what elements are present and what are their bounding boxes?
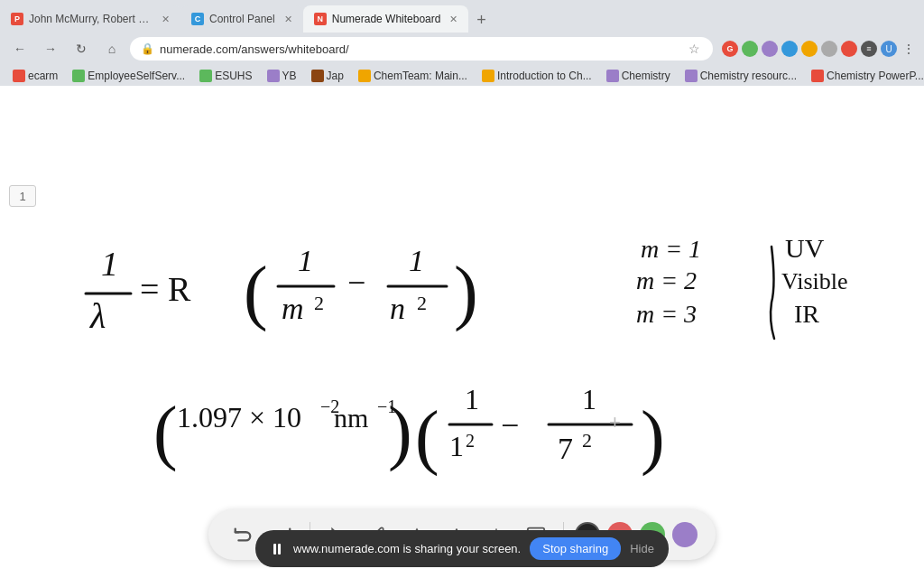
jap-icon bbox=[311, 70, 324, 82]
tab-pdf-close[interactable]: ✕ bbox=[162, 14, 170, 25]
svg-text:(: ( bbox=[153, 392, 178, 472]
svg-text:Visible: Visible bbox=[781, 268, 848, 294]
stop-sharing-button[interactable]: Stop sharing bbox=[530, 537, 621, 560]
user-avatar[interactable]: U bbox=[881, 41, 897, 57]
tab-pdf-icon: P bbox=[11, 13, 23, 25]
bookmark-jap-label: Jap bbox=[327, 70, 344, 82]
undo-button[interactable] bbox=[226, 518, 259, 551]
tab-control-panel[interactable]: C Control Panel ✕ bbox=[180, 5, 303, 33]
browser-action-icons: G ≡ U ⋮ bbox=[722, 41, 917, 57]
bookmark-chemteam-label: ChemTeam: Main... bbox=[374, 70, 467, 82]
back-button[interactable]: ← bbox=[7, 36, 32, 61]
bookmarks-bar: ecarm EmployeeSelfServ... ESUHS YB Jap C… bbox=[0, 65, 924, 87]
svg-text:1: 1 bbox=[298, 244, 313, 277]
tab-cp-title: Control Panel bbox=[209, 13, 275, 25]
tab-pdf-title: John McMurry, Robert C. Fay... bbox=[29, 13, 152, 25]
bookmark-chem-resource-label: Chemistry resourc... bbox=[700, 70, 797, 82]
svg-text:2: 2 bbox=[582, 429, 592, 452]
extension-icon-8[interactable]: ≡ bbox=[861, 41, 877, 57]
bookmark-chemistry[interactable]: Chemistry bbox=[601, 68, 676, 84]
tab-cp-close[interactable]: ✕ bbox=[284, 14, 292, 25]
share-pause-icon bbox=[270, 542, 284, 556]
svg-text:1: 1 bbox=[449, 430, 464, 462]
yb-icon bbox=[267, 70, 280, 82]
bookmark-chem-resource[interactable]: Chemistry resourc... bbox=[679, 68, 802, 84]
chemteam-icon bbox=[358, 70, 371, 82]
svg-text:m = 1: m = 1 bbox=[641, 235, 701, 263]
svg-text:+: + bbox=[609, 411, 621, 434]
bookmark-yb[interactable]: YB bbox=[262, 68, 302, 84]
bookmark-esuhs[interactable]: ESUHS bbox=[194, 68, 257, 84]
svg-text:m: m bbox=[282, 292, 304, 325]
tab-pdf[interactable]: P John McMurry, Robert C. Fay... ✕ bbox=[0, 5, 180, 33]
bookmark-chem-powerp[interactable]: Chemistry PowerP... bbox=[806, 68, 924, 84]
extension-icon-7[interactable] bbox=[841, 41, 857, 57]
tab-numerade-title: Numerade Whiteboard bbox=[332, 13, 441, 25]
menu-icon[interactable]: ⋮ bbox=[901, 41, 917, 57]
tab-cp-icon: C bbox=[191, 13, 204, 25]
ecarm-icon bbox=[13, 70, 25, 82]
svg-text:): ) bbox=[641, 396, 665, 477]
svg-text:(: ( bbox=[415, 396, 439, 477]
refresh-button[interactable]: ↻ bbox=[69, 36, 94, 61]
bookmark-esuhs-label: ESUHS bbox=[215, 70, 252, 82]
svg-text:IR: IR bbox=[794, 300, 819, 328]
svg-text:2: 2 bbox=[466, 431, 475, 451]
svg-text:1: 1 bbox=[409, 244, 424, 277]
address-bar[interactable]: 🔒 numerade.com/answers/whiteboard/ ☆ bbox=[130, 37, 713, 61]
svg-text:n: n bbox=[390, 292, 405, 325]
svg-text:(: ( bbox=[244, 252, 268, 332]
svg-text:): ) bbox=[388, 392, 412, 472]
chemistry-icon bbox=[606, 70, 619, 82]
bookmark-ecarm[interactable]: ecarm bbox=[7, 68, 63, 84]
svg-text:λ: λ bbox=[89, 295, 106, 336]
math-content: 1 λ = R ( 1 m 2 − 1 n 2 ) m = 1 UV m = 2… bbox=[0, 86, 924, 578]
bookmark-chemteam[interactable]: ChemTeam: Main... bbox=[353, 68, 473, 84]
whiteboard-area[interactable]: 1 1 λ = R ( 1 m 2 − 1 n 2 ) m = 1 UV m =… bbox=[0, 86, 924, 578]
browser-chrome: P John McMurry, Robert C. Fay... ✕ C Con… bbox=[0, 0, 924, 86]
svg-text:2: 2 bbox=[417, 292, 427, 314]
bookmark-employee[interactable]: EmployeeSelfServ... bbox=[67, 68, 190, 84]
bookmark-star-icon[interactable]: ☆ bbox=[686, 41, 702, 57]
address-icons: ☆ bbox=[686, 41, 702, 57]
employee-icon bbox=[72, 70, 85, 82]
tab-numerade[interactable]: N Numerade Whiteboard ✕ bbox=[303, 5, 469, 33]
bookmark-chemistry-label: Chemistry bbox=[622, 70, 670, 82]
home-button[interactable]: ⌂ bbox=[99, 36, 125, 61]
svg-text:2: 2 bbox=[314, 292, 324, 314]
svg-text:nm: nm bbox=[334, 403, 368, 433]
forward-button[interactable]: → bbox=[38, 36, 63, 61]
extension-icon-6[interactable] bbox=[821, 41, 837, 57]
add-tab-button[interactable]: + bbox=[468, 7, 494, 33]
extension-icon-2[interactable] bbox=[742, 41, 758, 57]
bookmark-intro-chem[interactable]: Introduction to Ch... bbox=[476, 68, 597, 84]
esuhs-icon bbox=[199, 70, 212, 82]
bookmark-ecarm-label: ecarm bbox=[28, 70, 58, 82]
svg-text:= R: = R bbox=[140, 270, 191, 308]
svg-text:−: − bbox=[347, 265, 365, 301]
tab-numerade-close[interactable]: ✕ bbox=[449, 14, 457, 25]
svg-text:7: 7 bbox=[558, 432, 573, 465]
hide-button[interactable]: Hide bbox=[630, 542, 654, 555]
address-text: numerade.com/answers/whiteboard/ bbox=[160, 42, 349, 56]
chem-powerp-icon bbox=[811, 70, 824, 82]
svg-text:m = 3: m = 3 bbox=[636, 300, 697, 328]
tab-bar: P John McMurry, Robert C. Fay... ✕ C Con… bbox=[0, 0, 924, 33]
address-bar-row: ← → ↻ ⌂ 🔒 numerade.com/answers/whiteboar… bbox=[0, 33, 924, 65]
extension-icon-1[interactable]: G bbox=[722, 41, 738, 57]
extension-icon-4[interactable] bbox=[781, 41, 798, 57]
svg-text:m = 2: m = 2 bbox=[636, 266, 697, 294]
screen-share-bar: www.numerade.com is sharing your screen.… bbox=[255, 530, 669, 567]
color-purple-swatch[interactable] bbox=[672, 522, 698, 547]
svg-text:UV: UV bbox=[785, 233, 825, 263]
bookmark-yb-label: YB bbox=[282, 70, 297, 82]
svg-text:−: − bbox=[501, 407, 519, 443]
bookmark-chem-powerp-label: Chemistry PowerP... bbox=[827, 70, 924, 82]
bookmark-intro-chem-label: Introduction to Ch... bbox=[497, 70, 592, 82]
svg-text:1: 1 bbox=[465, 383, 479, 415]
bookmark-jap[interactable]: Jap bbox=[306, 68, 349, 84]
extension-icon-5[interactable] bbox=[801, 41, 818, 57]
intro-chem-icon bbox=[482, 70, 494, 82]
extension-icon-3[interactable] bbox=[762, 41, 778, 57]
svg-text:): ) bbox=[454, 252, 478, 332]
